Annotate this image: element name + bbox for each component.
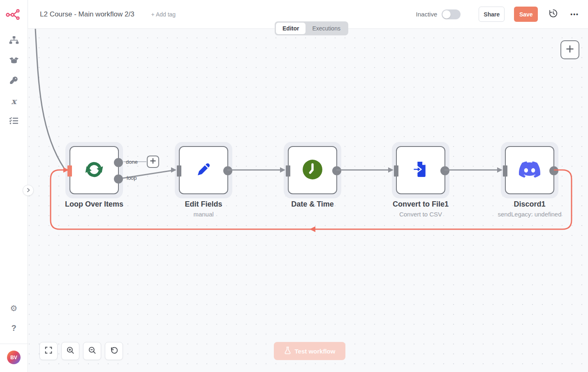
zoom-to-fit-button[interactable] (39, 342, 58, 360)
node-discord[interactable] (505, 146, 554, 194)
reset-zoom-button[interactable] (105, 342, 123, 360)
plus-icon (150, 158, 156, 166)
more-menu-button[interactable]: ••• (570, 11, 579, 18)
node-label: Loop Over Items (41, 200, 148, 209)
clock-icon (302, 159, 323, 181)
test-workflow-label: Test workflow (295, 348, 336, 355)
ellipsis-icon: ••• (570, 11, 579, 18)
zoom-out-button[interactable] (83, 342, 101, 360)
active-toggle[interactable] (442, 9, 461, 19)
output-label-done: done (126, 159, 138, 165)
key-icon (9, 76, 18, 86)
canvas-controls (39, 342, 123, 360)
n8n-logo[interactable] (6, 8, 22, 21)
header-actions: Inactive Share Save ••• (416, 7, 579, 22)
sidebar-divider (0, 344, 28, 344)
output-label-loop: loop (127, 175, 137, 181)
input-port[interactable] (177, 165, 181, 177)
sidebar: x ⚙ ? BV (0, 0, 28, 372)
flask-icon (284, 346, 291, 356)
sidebar-expand-button[interactable] (23, 185, 34, 196)
node-edit-fields[interactable] (179, 146, 228, 194)
tab-executions[interactable]: Executions (306, 23, 347, 34)
variables-icon: x (12, 96, 16, 106)
sidebar-item-executions[interactable] (8, 117, 20, 126)
node-loop-over-items[interactable] (69, 146, 119, 194)
zoom-in-icon (66, 346, 75, 356)
sidebar-item-workflows[interactable] (8, 36, 20, 45)
help-button[interactable]: ? (11, 324, 16, 332)
zoom-in-button[interactable] (61, 342, 79, 360)
toggle-knob (442, 10, 451, 19)
workflow-title[interactable]: L2 Course - Main workflow 2/3 (40, 10, 134, 19)
sidebar-item-templates[interactable] (8, 56, 20, 65)
output-port[interactable] (549, 166, 558, 175)
zoom-out-icon (88, 346, 97, 356)
test-workflow-button[interactable]: Test workflow (274, 342, 345, 360)
tab-editor[interactable]: Editor (276, 23, 306, 34)
chevron-right-icon (26, 187, 31, 194)
input-port[interactable] (286, 165, 290, 177)
node-label: Date & Time (259, 200, 366, 209)
sidebar-item-credentials[interactable] (8, 77, 20, 86)
sitemap-icon (9, 36, 19, 46)
reset-zoom-icon (110, 346, 118, 356)
file-import-icon (411, 160, 431, 181)
share-button[interactable]: Share (479, 7, 505, 22)
settings-button[interactable]: ⚙ (10, 304, 18, 312)
loop-icon (83, 159, 105, 182)
input-port[interactable] (394, 165, 398, 177)
discord-icon (519, 159, 540, 182)
history-icon (549, 9, 558, 20)
node-convert-to-file[interactable] (396, 146, 445, 194)
list-check-icon (9, 116, 19, 126)
active-status-label: Inactive (416, 11, 438, 18)
input-port[interactable] (503, 165, 507, 177)
box-open-icon (9, 56, 19, 66)
node-label: Edit Fields manual (150, 200, 257, 218)
plus-icon (565, 44, 574, 55)
output-port-loop[interactable] (114, 174, 123, 184)
editor-executions-tabs: Editor Executions (275, 21, 348, 35)
history-button[interactable] (549, 9, 558, 20)
output-port[interactable] (332, 166, 341, 175)
help-icon: ? (11, 323, 16, 332)
pencil-icon (194, 160, 213, 181)
sidebar-item-variables[interactable]: x (8, 97, 20, 106)
add-node-from-done-button[interactable] (147, 156, 159, 168)
add-node-button[interactable] (560, 40, 579, 59)
output-port-done[interactable] (114, 158, 123, 167)
sidebar-nav: x (8, 36, 20, 126)
node-date-time[interactable] (288, 146, 337, 194)
avatar[interactable]: BV (7, 351, 21, 364)
input-port[interactable] (67, 165, 72, 177)
output-port[interactable] (223, 166, 232, 175)
node-label: Discord1 sendLegacy: undefined (476, 200, 583, 218)
n8n-app: x ⚙ ? BV L2 Course - Main workf (0, 0, 588, 372)
output-port[interactable] (440, 166, 449, 175)
add-tag-button[interactable]: + Add tag (151, 11, 176, 18)
save-button[interactable]: Save (514, 7, 538, 22)
zoom-to-fit-icon (44, 346, 53, 356)
node-label: Convert to File1 Convert to CSV (367, 200, 474, 218)
gear-icon: ⚙ (10, 304, 18, 313)
sidebar-footer: ⚙ ? BV (0, 304, 28, 372)
